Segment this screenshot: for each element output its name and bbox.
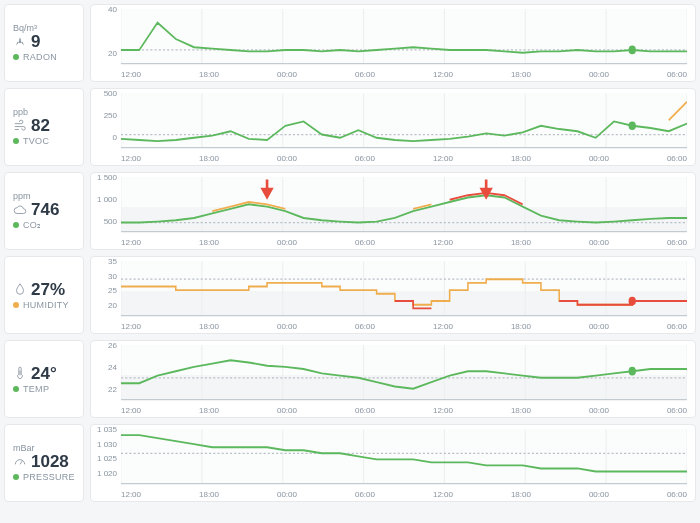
x-tick: 18:00 [199, 322, 219, 331]
x-tick: 06:00 [355, 322, 375, 331]
radon-icon [13, 35, 27, 49]
x-tick: 06:00 [667, 406, 687, 415]
metric-tvoc[interactable]: ppb82TVOC [4, 88, 84, 166]
x-tick: 12:00 [433, 70, 453, 79]
x-tick: 18:00 [511, 406, 531, 415]
x-tick: 18:00 [199, 490, 219, 499]
x-axis: 12:0018:0000:0006:0012:0018:0000:0006:00 [121, 490, 687, 499]
row-co2: ppm746CO₂1 5001 00050012:0018:0000:0006:… [4, 172, 696, 250]
svg-rect-67 [121, 429, 687, 484]
metric-temp[interactable]: 24°TEMP [4, 340, 84, 418]
y-tick: 500 [93, 89, 117, 98]
dashboard: Bq/m³9RADON402012:0018:0000:0006:0012:00… [0, 0, 700, 512]
y-tick: 1 000 [93, 195, 117, 204]
metric-value: 9 [31, 33, 40, 50]
row-temp: 24°TEMP26242212:0018:0000:0006:0012:0018… [4, 340, 696, 418]
x-tick: 06:00 [667, 70, 687, 79]
x-tick: 12:00 [121, 70, 141, 79]
y-tick: 20 [93, 49, 117, 58]
x-axis: 12:0018:0000:0006:0012:0018:0000:0006:00 [121, 238, 687, 247]
x-tick: 00:00 [277, 490, 297, 499]
metric-value: 1028 [31, 453, 69, 470]
x-tick: 18:00 [199, 406, 219, 415]
svg-point-24 [629, 121, 636, 130]
x-tick: 18:00 [511, 490, 531, 499]
metric-pressure[interactable]: mBar1028PRESSURE [4, 424, 84, 502]
metric-label: RADON [23, 52, 57, 62]
chart-temp[interactable]: 26242212:0018:0000:0006:0012:0018:0000:0… [90, 340, 696, 418]
svg-rect-40 [121, 291, 687, 316]
chart-co2[interactable]: 1 5001 00050012:0018:0000:0006:0012:0018… [90, 172, 696, 250]
drop-icon [13, 282, 27, 296]
status-dot [13, 222, 19, 228]
row-radon: Bq/m³9RADON402012:0018:0000:0006:0012:00… [4, 4, 696, 82]
x-tick: 12:00 [121, 490, 141, 499]
svg-rect-1 [121, 9, 687, 64]
metric-label: PRESSURE [23, 472, 75, 482]
chart-radon[interactable]: 402012:0018:0000:0006:0012:0018:0000:000… [90, 4, 696, 82]
y-tick: 22 [93, 385, 117, 394]
svg-rect-26 [121, 207, 687, 232]
x-tick: 06:00 [667, 490, 687, 499]
row-humidity: 27%HUMIDITY3530252012:0018:0000:0006:001… [4, 256, 696, 334]
x-tick: 12:00 [121, 406, 141, 415]
x-tick: 00:00 [589, 490, 609, 499]
x-tick: 06:00 [355, 154, 375, 163]
svg-point-51 [629, 297, 636, 306]
x-axis: 12:0018:0000:0006:0012:0018:0000:0006:00 [121, 154, 687, 163]
chart-tvoc[interactable]: 500250012:0018:0000:0006:0012:0018:0000:… [90, 88, 696, 166]
x-tick: 18:00 [199, 70, 219, 79]
x-tick: 18:00 [511, 70, 531, 79]
y-tick: 20 [93, 301, 117, 310]
x-tick: 12:00 [433, 490, 453, 499]
x-axis: 12:0018:0000:0006:0012:0018:0000:0006:00 [121, 406, 687, 415]
x-tick: 06:00 [355, 490, 375, 499]
status-dot [13, 138, 19, 144]
therm-icon [13, 366, 27, 380]
svg-point-65 [629, 367, 636, 376]
x-tick: 00:00 [277, 238, 297, 247]
metric-radon[interactable]: Bq/m³9RADON [4, 4, 84, 82]
status-dot [13, 474, 19, 480]
y-tick: 26 [93, 341, 117, 350]
y-tick: 250 [93, 111, 117, 120]
metric-value: 82 [31, 117, 50, 134]
x-tick: 18:00 [511, 322, 531, 331]
metric-value: 27% [31, 281, 65, 298]
x-tick: 00:00 [589, 322, 609, 331]
y-tick: 1 025 [93, 454, 117, 463]
x-tick: 18:00 [511, 238, 531, 247]
chart-humidity[interactable]: 3530252012:0018:0000:0006:0012:0018:0000… [90, 256, 696, 334]
gauge-icon [13, 455, 27, 469]
x-tick: 12:00 [121, 322, 141, 331]
metric-value: 746 [31, 201, 59, 218]
x-tick: 06:00 [667, 322, 687, 331]
cloud-icon [13, 203, 27, 217]
status-dot [13, 386, 19, 392]
y-tick: 35 [93, 257, 117, 266]
y-tick: 40 [93, 5, 117, 14]
x-tick: 18:00 [199, 238, 219, 247]
x-tick: 06:00 [355, 406, 375, 415]
x-tick: 06:00 [355, 70, 375, 79]
metric-value: 24° [31, 365, 57, 382]
x-tick: 00:00 [589, 406, 609, 415]
y-tick: 1 030 [93, 440, 117, 449]
metric-humidity[interactable]: 27%HUMIDITY [4, 256, 84, 334]
svg-line-66 [20, 460, 22, 464]
y-tick: 500 [93, 217, 117, 226]
row-tvoc: ppb82TVOC500250012:0018:0000:0006:0012:0… [4, 88, 696, 166]
x-tick: 12:00 [433, 238, 453, 247]
x-axis: 12:0018:0000:0006:0012:0018:0000:0006:00 [121, 70, 687, 79]
metric-co2[interactable]: ppm746CO₂ [4, 172, 84, 250]
wind-icon [13, 119, 27, 133]
x-tick: 12:00 [121, 238, 141, 247]
metric-label: TEMP [23, 384, 49, 394]
x-tick: 00:00 [277, 70, 297, 79]
y-tick: 1 020 [93, 469, 117, 478]
row-pressure: mBar1028PRESSURE1 0351 0301 0251 02012:0… [4, 424, 696, 502]
x-tick: 00:00 [589, 238, 609, 247]
x-tick: 06:00 [667, 154, 687, 163]
x-tick: 00:00 [589, 70, 609, 79]
chart-pressure[interactable]: 1 0351 0301 0251 02012:0018:0000:0006:00… [90, 424, 696, 502]
